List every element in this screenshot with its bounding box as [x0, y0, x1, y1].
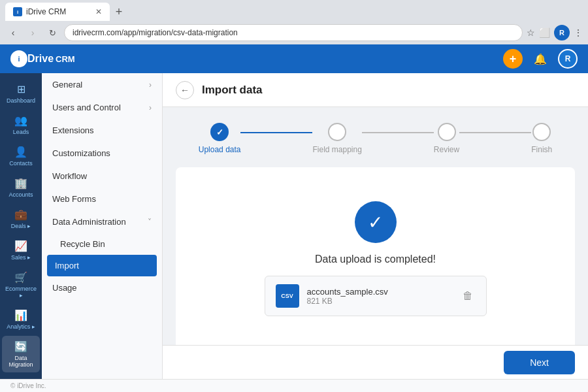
tab-label: iDrive CRM [26, 7, 66, 16]
nav-sub-item-import[interactable]: Import [47, 255, 157, 276]
sidebar-label-leads: Leads [13, 129, 29, 135]
file-info: accounts_sample.csv 821 KB [307, 287, 452, 306]
users-chevron-icon: › [149, 103, 152, 112]
new-tab-button[interactable]: + [110, 3, 128, 21]
accounts-icon: 🏢 [14, 177, 27, 189]
csv-file-icon: CSV [276, 284, 299, 308]
logo-drive-text: Drive [27, 53, 54, 65]
nav-item-web-forms[interactable]: Web Forms [42, 188, 162, 210]
sidebar-item-accounts[interactable]: 🏢 Accounts [2, 172, 40, 203]
step-field-mapping-circle [328, 123, 346, 141]
back-button[interactable]: ← [176, 81, 194, 99]
main-area: ← Import data ✓ Upload data Field mappin… [163, 73, 588, 379]
step-upload-label: Upload data [199, 145, 241, 154]
main-row: ⊞ Dashboard 👥 Leads 👤 Contacts 🏢 Account… [0, 73, 588, 379]
top-header: i Drive CRM + 🔔 R [0, 44, 588, 73]
notifications-button[interactable]: 🔔 [531, 49, 550, 69]
sidebar: ⊞ Dashboard 👥 Leads 👤 Contacts 🏢 Account… [0, 73, 42, 379]
stepper: ✓ Upload data Field mapping Review [176, 123, 575, 154]
nav-back-button[interactable]: ‹ [5, 25, 21, 41]
step-upload: ✓ Upload data [199, 123, 241, 154]
sidebar-item-contacts[interactable]: 👤 Contacts [2, 141, 40, 171]
page-title: Import data [202, 84, 263, 97]
step-line-1 [240, 132, 312, 133]
step-line-3 [459, 132, 531, 133]
sidebar-label-contacts: Contacts [9, 160, 33, 167]
sidebar-label-dashboard: Dashboard [7, 97, 35, 104]
browser-tab-bar: i iDrive CRM ✕ + [0, 0, 588, 21]
contacts-icon: 👤 [14, 146, 27, 158]
step-review: Review [434, 123, 459, 154]
step-finish: Finish [531, 123, 552, 154]
nav-item-extensions[interactable]: Extensions [42, 119, 162, 142]
nav-sub-item-recycle-bin[interactable]: Recycle Bin [42, 233, 162, 255]
sidebar-label-ecommerce: Ecommerce ▸ [5, 286, 37, 299]
tab-close-icon[interactable]: ✕ [95, 7, 102, 16]
sidebar-item-deals[interactable]: 💼 Deals ▸ [2, 204, 40, 234]
nav-item-workflow[interactable]: Workflow [42, 165, 162, 188]
logo: i Drive CRM [10, 50, 75, 67]
user-avatar[interactable]: R [558, 49, 578, 69]
sidebar-label-sales: Sales ▸ [11, 254, 31, 261]
leads-icon: 👥 [14, 114, 27, 127]
sidebar-item-dashboard[interactable]: ⊞ Dashboard [2, 78, 40, 108]
url-text: idrivecrm.com/app/migration/csv-data-mig… [73, 28, 238, 37]
nav-item-users-control[interactable]: Users and Control › [42, 96, 162, 119]
sales-icon: 📈 [14, 240, 27, 252]
address-input[interactable]: idrivecrm.com/app/migration/csv-data-mig… [64, 24, 523, 41]
bookmark-icon[interactable]: ☆ [527, 27, 535, 38]
menu-icon[interactable]: ⋮ [574, 27, 583, 38]
step-line-2 [362, 132, 434, 133]
step-finish-label: Finish [531, 145, 552, 154]
app-footer: © iDrive Inc. [0, 379, 588, 392]
sidebar-label-deals: Deals ▸ [11, 223, 31, 229]
footer-text: © iDrive Inc. [10, 382, 46, 389]
app-container: i Drive CRM + 🔔 R ⊞ Dashboard 👥 Leads 👤 … [0, 44, 588, 392]
reload-button[interactable]: ↻ [44, 25, 60, 41]
dashboard-icon: ⊞ [17, 83, 25, 95]
step-upload-circle: ✓ [210, 123, 229, 141]
sidebar-item-sales[interactable]: 📈 Sales ▸ [2, 235, 40, 265]
sidebar-item-leads[interactable]: 👥 Leads [2, 110, 40, 140]
bottom-bar: Next [163, 345, 588, 379]
upload-card: ✓ Data upload is completed! CSV accounts… [176, 167, 575, 345]
step-field-mapping-label: Field mapping [312, 145, 361, 154]
nav-item-data-administration[interactable]: Data Administration ˅ [42, 210, 162, 233]
step-review-circle [438, 123, 456, 141]
file-name: accounts_sample.csv [307, 287, 452, 297]
ecommerce-icon: 🛒 [14, 271, 27, 284]
data-migration-icon: 🔄 [14, 340, 27, 353]
nav-item-general[interactable]: General › [42, 73, 162, 96]
extensions-icon[interactable]: ⬜ [539, 27, 550, 38]
success-check-icon: ✓ [355, 201, 397, 243]
upload-complete-text: Data upload is completed! [315, 253, 436, 265]
file-row: CSV accounts_sample.csv 821 KB 🗑 [265, 276, 487, 316]
profile-icon[interactable]: R [554, 25, 570, 41]
browser-tab[interactable]: i iDrive CRM ✕ [5, 3, 110, 21]
step-review-label: Review [434, 145, 459, 154]
deals-icon: 💼 [14, 208, 27, 221]
nav-forward-button[interactable]: › [25, 25, 41, 41]
content-area: ✓ Upload data Field mapping Review [163, 107, 588, 345]
add-button[interactable]: + [503, 49, 523, 69]
general-chevron-icon: › [149, 80, 152, 90]
address-bar: ‹ › ↻ idrivecrm.com/app/migration/csv-da… [0, 21, 588, 44]
step-finish-circle [532, 123, 551, 141]
data-admin-chevron-icon: ˅ [148, 218, 152, 227]
sidebar-item-ecommerce[interactable]: 🛒 Ecommerce ▸ [2, 267, 40, 303]
nav-item-usage[interactable]: Usage [42, 276, 162, 299]
sidebar-label-accounts: Accounts [8, 191, 33, 198]
tab-favicon: i [13, 7, 22, 16]
file-size: 821 KB [307, 297, 452, 306]
sidebar-item-data-migration[interactable]: 🔄 Data Migration [2, 336, 40, 372]
next-button[interactable]: Next [504, 351, 575, 374]
delete-file-button[interactable]: 🗑 [460, 287, 476, 304]
sidebar-label-analytics: Analytics ▸ [7, 323, 35, 330]
logo-icon: i [10, 50, 27, 67]
sidebar-item-settings[interactable]: ⚙️ Settings ▸ [2, 374, 40, 379]
step-field-mapping: Field mapping [312, 123, 361, 154]
sidebar-item-analytics[interactable]: 📊 Analytics ▸ [2, 304, 40, 335]
page-header: ← Import data [163, 73, 588, 107]
nav-panel: General › Users and Control › Extensions… [42, 73, 163, 379]
nav-item-customizations[interactable]: Customizations [42, 142, 162, 165]
